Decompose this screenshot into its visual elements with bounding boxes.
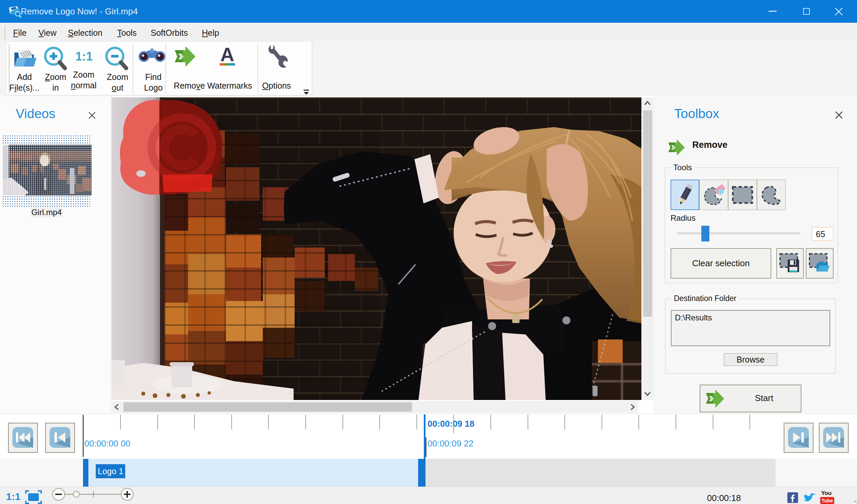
svg-text:A: A (220, 45, 234, 65)
